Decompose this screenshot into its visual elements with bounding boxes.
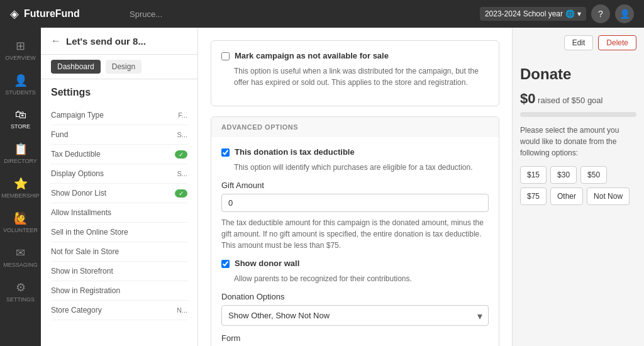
main-content: ← Let's send our 8... Dashboard Design S… [41,28,644,346]
tab-dashboard[interactable]: Dashboard [51,60,101,74]
setting-label: Campaign Type [51,111,104,120]
students-icon: 👤 [14,74,28,87]
sidebar-item-membership[interactable]: ⭐ MEMBERSHIP [0,172,41,204]
back-button[interactable]: ← [51,35,61,47]
donation-options-field: Donation Options Show Other, Show Not No… [221,292,489,326]
tax-deductible-checkbox[interactable] [221,148,230,157]
volunteer-icon: 🙋 [14,211,28,225]
setting-allow-installments: Allow Installments [51,203,187,223]
setting-label: Not for Sale in Store [51,247,119,256]
store-icon: 🛍 [15,108,26,121]
setting-label: Allow Installments [51,208,111,217]
sidebar-item-overview[interactable]: ⊞ OVERVIEW [0,34,41,66]
donate-option-50[interactable]: $50 [580,166,607,184]
status-badge: ✓ [175,150,187,159]
sidebar-item-volunteer[interactable]: 🙋 VOLUNTEER [0,206,41,238]
advanced-options-header: ADVANCED OPTIONS [211,117,499,137]
logo: ◈ FutureFund [0,7,119,21]
sidebar-item-messaging[interactable]: ✉ MESSAGING [0,241,41,273]
sidebar-item-settings[interactable]: ⚙ SETTINGS [0,276,41,308]
nav-links: Spruce... [119,9,480,19]
setting-value: N... [177,306,187,314]
setting-value: S... [177,170,187,177]
nav-link-spruce[interactable]: Spruce... [130,9,162,19]
setting-display-options: Display Options S... [51,164,187,184]
settings-icon: ⚙ [16,281,26,294]
setting-store-category: Store Category N... [51,301,187,320]
donor-wall-helper: Allow parents to be recognized for their… [234,273,489,284]
raised-of-label: raised of $50 goal [538,96,602,105]
setting-value: F... [178,111,187,119]
sidebar-item-students[interactable]: 👤 STUDENTS [0,69,41,101]
donate-option-not-now[interactable]: Not Now [587,187,630,205]
donation-options-select-wrapper: Show Other, Show Not Now ▾ [221,305,489,326]
sidebar-item-directory[interactable]: 📋 DIRECTORY [0,137,41,169]
setting-show-registration: Show in Registration [51,281,187,301]
not-for-sale-section: Mark campaign as not available for sale … [211,40,499,106]
sidebar-item-store[interactable]: 🛍 STORE [0,103,41,135]
setting-fund: Fund S... [51,125,187,145]
not-for-sale-checkbox-row: Mark campaign as not available for sale [221,51,489,60]
tax-deductible-helper: This option will identify which purchase… [234,162,489,173]
donation-options-label: Donation Options [221,292,489,301]
donate-option-15[interactable]: $15 [520,166,547,184]
donor-wall-checkbox-row: Show donor wall [221,259,489,268]
chevron-down-icon: ▾ [577,9,581,18]
settings-section: Settings Campaign Type F... Fund S... Ta… [41,79,197,328]
donate-title: Donate [520,65,636,83]
modal: Mark campaign as not available for sale … [198,28,512,346]
setting-value: S... [177,131,187,138]
user-avatar[interactable]: 👤 [615,4,634,23]
gift-amount-field: Gift Amount The tax deductible amount fo… [221,181,489,251]
not-for-sale-label: Mark campaign as not available for sale [235,51,389,60]
setting-not-for-sale-store: Not for Sale in Store [51,242,187,262]
donate-option-other[interactable]: Other [550,187,583,205]
gift-amount-label: Gift Amount [221,181,489,190]
directory-icon: 📋 [14,142,28,156]
donation-options-select[interactable]: Show Other, Show Not Now [221,305,489,326]
donate-widget: Donate $0 raised of $50 goal Please sele… [513,58,644,213]
page-title: Let's send our 8... [66,36,146,47]
setting-label: Sell in the Online Store [51,228,128,237]
setting-tax-deductible: Tax Deductible ✓ [51,145,187,164]
setting-label: Show Donor List [51,189,106,198]
not-for-sale-helper: This option is useful when a link was di… [234,65,489,88]
delete-button[interactable]: Delete [598,35,636,50]
modal-overlay: Mark campaign as not available for sale … [198,28,512,346]
tab-design[interactable]: Design [106,60,142,74]
setting-show-donor-list: Show Donor List ✓ [51,184,187,203]
advanced-options-section: ADVANCED OPTIONS This donation is tax de… [211,116,499,346]
setting-label: Fund [51,130,68,139]
donor-wall-checkbox[interactable] [221,260,230,268]
logo-icon: ◈ [10,7,19,21]
not-for-sale-checkbox[interactable] [221,52,230,60]
year-selector[interactable]: 2023-2024 School year 🌐 ▾ [480,7,586,21]
setting-label: Tax Deductible [51,150,101,159]
setting-show-storefront: Show in Storefront [51,262,187,281]
donate-options: $15 $30 $50 $75 Other Not Now [520,166,636,205]
setting-label: Show in Registration [51,286,120,295]
overview-icon: ⊞ [16,39,25,53]
donor-wall-label: Show donor wall [235,259,299,268]
raised-text: $0 raised of $50 goal [520,91,636,107]
nav-right: 2023-2024 School year 🌐 ▾ ? 👤 [480,4,644,23]
help-button[interactable]: ? [591,4,610,23]
setting-sell-online-store: Sell in the Online Store [51,223,187,242]
tax-deductible-label: This donation is tax deductible [235,147,355,157]
gift-amount-note: The tax deductible amount for this campa… [221,217,489,251]
tab-bar: Dashboard Design [41,55,197,79]
logo-text: FutureFund [24,8,80,20]
setting-label: Show in Storefront [51,267,113,276]
donate-description: Please select the amount you would like … [520,125,636,159]
left-panel: ← Let's send our 8... Dashboard Design S… [41,28,198,346]
edit-button[interactable]: Edit [564,35,594,50]
raised-amount: $0 [520,91,535,106]
status-badge: ✓ [175,189,187,198]
advanced-options-body: This donation is tax deductible This opt… [211,137,499,346]
donate-option-30[interactable]: $30 [550,166,577,184]
gift-amount-input[interactable] [221,194,489,212]
donate-option-75[interactable]: $75 [520,187,547,205]
globe-icon: 🌐 [565,9,575,18]
setting-label: Store Category [51,306,102,315]
tax-deductible-checkbox-row: This donation is tax deductible [221,147,489,157]
